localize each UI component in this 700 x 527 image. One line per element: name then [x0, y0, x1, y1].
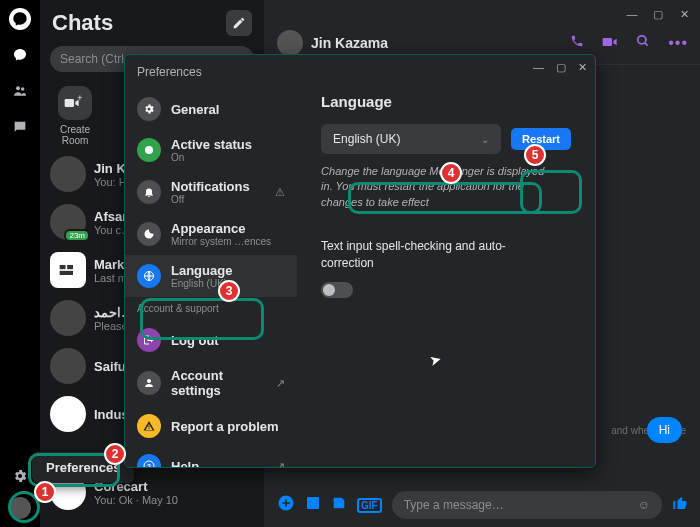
- svg-rect-10: [307, 497, 319, 509]
- prefs-language[interactable]: LanguageEnglish (UK): [125, 255, 297, 297]
- language-select[interactable]: English (UK) ⌄: [321, 124, 501, 154]
- window-close[interactable]: ✕: [678, 8, 690, 21]
- external-link-icon: ↗: [276, 460, 285, 469]
- svg-point-13: [147, 379, 151, 383]
- language-heading: Language: [321, 93, 571, 110]
- svg-point-0: [16, 86, 20, 90]
- prefs-general[interactable]: General: [125, 89, 297, 129]
- annotation-marker: 3: [218, 280, 240, 302]
- svg-rect-2: [65, 99, 74, 107]
- video-call-icon[interactable]: [602, 34, 618, 52]
- warning-icon: ⚠: [275, 186, 285, 199]
- preferences-sidebar: Preferences General Active statusOn Noti…: [125, 55, 297, 467]
- svg-line-8: [645, 43, 648, 46]
- call-icon[interactable]: [570, 34, 584, 52]
- conversation-title[interactable]: Jin Kazama: [311, 35, 388, 51]
- svg-point-11: [145, 146, 153, 154]
- chats-tab-icon[interactable]: [9, 44, 31, 66]
- preferences-dialog: Preferences General Active statusOn Noti…: [124, 54, 596, 468]
- search-conversation-icon[interactable]: [636, 34, 650, 52]
- create-room-button[interactable]: + Create Room: [40, 80, 100, 150]
- spellcheck-toggle[interactable]: [321, 282, 353, 298]
- svg-rect-3: [60, 265, 66, 269]
- svg-point-1: [21, 87, 24, 90]
- chevron-down-icon: ⌄: [481, 134, 489, 145]
- window-maximize[interactable]: ▢: [652, 8, 664, 21]
- more-options-icon[interactable]: •••: [668, 34, 688, 52]
- window-titlebar: — ▢ ✕: [265, 0, 700, 28]
- language-hint: Change the language Messenger is display…: [321, 164, 546, 210]
- dialog-close[interactable]: ✕: [578, 61, 587, 74]
- like-icon[interactable]: [672, 495, 688, 515]
- sticker-icon[interactable]: [331, 495, 347, 515]
- message-bubble: Hi: [647, 417, 682, 443]
- header-avatar[interactable]: [277, 30, 303, 56]
- dialog-maximize[interactable]: ▢: [556, 61, 566, 74]
- current-user-avatar[interactable]: [9, 497, 31, 519]
- message-input[interactable]: Type a message… ☺: [392, 491, 662, 519]
- prefs-help[interactable]: ?Help↗: [125, 446, 297, 468]
- svg-rect-5: [60, 271, 73, 275]
- prefs-notifications[interactable]: NotificationsOff⚠: [125, 171, 297, 213]
- annotation-marker: 5: [524, 144, 546, 166]
- emoji-icon[interactable]: ☺: [638, 498, 650, 512]
- prefs-logout[interactable]: Log out: [125, 320, 297, 360]
- svg-text:?: ?: [147, 463, 151, 469]
- prefs-appearance[interactable]: AppearanceMirror system …ences: [125, 213, 297, 255]
- compose-button[interactable]: [226, 10, 252, 36]
- svg-point-7: [638, 36, 646, 44]
- prefs-account-settings[interactable]: Account settings↗: [125, 360, 297, 406]
- annotation-marker: 2: [104, 443, 126, 465]
- gif-icon[interactable]: GIF: [357, 498, 382, 513]
- messenger-icon[interactable]: [9, 8, 31, 30]
- svg-rect-6: [603, 38, 612, 46]
- nav-rail: [0, 0, 40, 527]
- people-tab-icon[interactable]: [9, 80, 31, 102]
- settings-gear-icon[interactable]: [9, 465, 31, 487]
- chats-heading: Chats: [52, 10, 113, 36]
- annotation-marker: 4: [440, 162, 462, 184]
- prefs-report-problem[interactable]: Report a problem: [125, 406, 297, 446]
- window-minimize[interactable]: —: [626, 8, 638, 20]
- external-link-icon: ↗: [276, 377, 285, 390]
- svg-rect-4: [67, 265, 73, 269]
- image-icon[interactable]: [305, 495, 321, 515]
- spellcheck-label: Text input spell-checking and auto-corre…: [321, 238, 531, 272]
- annotation-marker: 1: [34, 481, 56, 503]
- requests-tab-icon[interactable]: [9, 116, 31, 138]
- preferences-panel: — ▢ ✕ Language English (UK) ⌄ Restart Ch…: [297, 55, 595, 467]
- dialog-minimize[interactable]: —: [533, 61, 544, 74]
- prefs-active-status[interactable]: Active statusOn: [125, 129, 297, 171]
- add-more-icon[interactable]: [277, 494, 295, 516]
